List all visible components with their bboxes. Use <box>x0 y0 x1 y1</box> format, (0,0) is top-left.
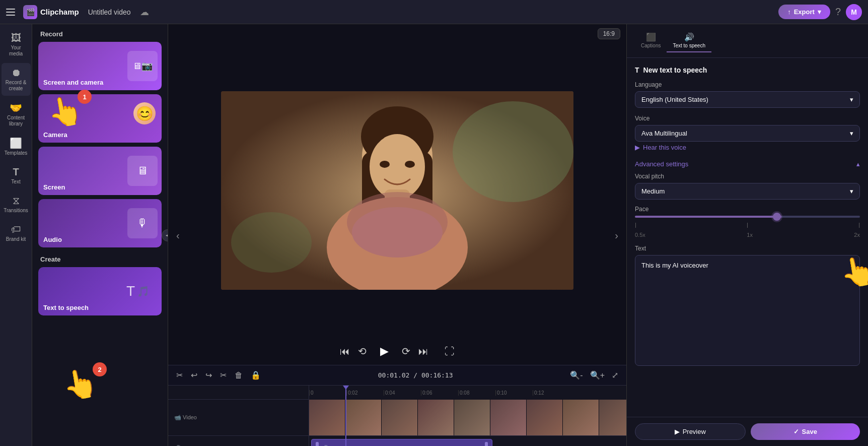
rewind-button[interactable]: ⟲ <box>358 345 367 357</box>
screen-and-camera-decoration: 🖥📷 <box>127 51 158 81</box>
zoom-out-button[interactable]: 🔍- <box>568 368 585 382</box>
undo-button[interactable]: ↩ <box>189 368 199 382</box>
preview-button[interactable]: ▶ Preview <box>635 423 746 440</box>
sidebar-item-record[interactable]: ⏺ Record &create <box>2 63 31 96</box>
advanced-content: Vocal pitch Medium ▾ Pace <box>635 173 860 238</box>
sidebar-item-brand-kit[interactable]: 🏷 Brand kit <box>2 220 31 246</box>
preview-area: 16:9 <box>168 24 626 446</box>
pace-max-label: | <box>858 222 860 228</box>
topbar-right: ↑ Export ▾ ? M <box>778 4 862 20</box>
text-to-speech-card[interactable]: Text to speech T 🎵 <box>38 267 162 315</box>
captions-icon: ⬛ <box>646 32 656 42</box>
save-check-icon: ✓ <box>793 428 799 435</box>
audio-track-row: 🔊 New text to speech <box>309 436 626 446</box>
text-field: Text 👆 3 <box>635 245 860 409</box>
menu-button[interactable] <box>6 6 18 18</box>
thumb-2 <box>345 400 382 436</box>
pace-slider[interactable] <box>635 216 860 218</box>
panel-footer: ▶ Preview ✓ Save <box>627 417 868 446</box>
thumb-6 <box>490 400 527 436</box>
playhead-triangle <box>343 386 349 390</box>
scissors-tool[interactable]: ✂ <box>218 368 229 382</box>
camera-card[interactable]: Camera 😊 <box>38 94 162 143</box>
magic-cut-tool[interactable]: ✂ <box>174 368 185 382</box>
pace-labels: | | | <box>635 222 860 228</box>
export-button[interactable]: ↑ Export ▾ <box>778 5 830 19</box>
sidebar-item-text[interactable]: T Text <box>2 162 31 189</box>
language-field: Language English (United States) ▾ <box>635 81 860 108</box>
video-track-row <box>309 400 626 436</box>
redo-button[interactable]: ↪ <box>203 368 214 382</box>
aspect-ratio-badge[interactable]: 16:9 <box>598 28 620 39</box>
pace-slider-container: | | | 0.5x 1x 2x <box>635 216 860 238</box>
avatar[interactable]: M <box>846 4 862 20</box>
pace-0.5x: 0.5x <box>635 232 645 238</box>
help-icon[interactable]: ? <box>835 6 841 18</box>
pace-min-label: | <box>635 222 636 228</box>
right-panel-header: ⬛ Captions 🔊 Text to speech <box>627 24 868 58</box>
record-section-title: Record <box>32 24 168 42</box>
audio-label: Audio <box>43 236 62 243</box>
sidebar-item-transitions[interactable]: ⧖ Transitions <box>2 191 31 218</box>
topbar-left: 🎬 Clipchamp Untitled video ☁ <box>6 5 149 19</box>
advanced-settings: Advanced settings ▴ Vocal pitch Medium ▾ <box>635 160 860 238</box>
video-track-label: 📹 Video <box>174 414 197 421</box>
tts-clip-handle-left[interactable] <box>316 442 319 446</box>
record-panel: Record Screen and camera 🖥📷 Camera 😊 Scr… <box>32 24 168 446</box>
fit-timeline-button[interactable]: ⤢ <box>610 368 620 382</box>
tab-tts[interactable]: 🔊 Text to speech <box>667 29 711 52</box>
advanced-settings-toggle[interactable]: Advanced settings ▴ <box>635 160 860 168</box>
right-panel-tabs: ⬛ Captions 🔊 Text to speech <box>635 29 711 52</box>
pace-value-labels: 0.5x 1x 2x <box>635 232 860 238</box>
save-button[interactable]: ✓ Save <box>751 423 860 440</box>
pace-2x: 2x <box>854 232 860 238</box>
tts-clip-handle-right[interactable] <box>485 442 488 446</box>
advanced-chevron-icon: ▴ <box>856 160 860 168</box>
play-pause-button[interactable]: ▶ <box>375 342 394 361</box>
cloud-save-icon: ☁ <box>140 7 149 18</box>
sidebar-item-content-library[interactable]: 🤝 Contentlibrary <box>2 98 31 131</box>
screen-card[interactable]: Screen 🖥 <box>38 147 162 195</box>
screen-and-camera-card[interactable]: Screen and camera 🖥📷 <box>38 42 162 90</box>
next-frame-arrow[interactable]: › <box>615 229 618 241</box>
sidebar-item-templates[interactable]: ⬜ Templates <box>2 133 31 160</box>
prev-frame-arrow[interactable]: ‹ <box>176 229 180 241</box>
transitions-icon: ⧖ <box>13 195 20 207</box>
voice-select[interactable]: Ava Multilingual ▾ <box>635 125 860 142</box>
timeline-area: ✂ ↩ ↪ ✂ 🗑 🔒 00:01.02 / 00:16:13 🔍- 🔍+ ⤢ <box>168 365 626 446</box>
record-icon: ⏺ <box>11 67 21 79</box>
skip-to-end-button[interactable]: ⏭ <box>418 346 428 357</box>
vocal-pitch-select[interactable]: Medium ▾ <box>635 183 860 200</box>
tts-title-icon: T <box>635 66 639 74</box>
skip-to-start-button[interactable]: ⏮ <box>340 346 350 357</box>
thumb-1 <box>309 400 345 436</box>
ruler-0: 0 <box>309 390 346 396</box>
fullscreen-button[interactable]: ⛶ <box>445 346 455 357</box>
tts-clip[interactable]: 🔊 New text to speech <box>311 439 492 446</box>
vocal-pitch-label: Vocal pitch <box>635 173 860 180</box>
ruler-12: 0:12 <box>533 390 570 396</box>
language-select[interactable]: English (United States) ▾ <box>635 91 860 108</box>
sidebar-item-your-media[interactable]: 🖼 Your media <box>2 28 31 61</box>
pace-thumb[interactable] <box>773 213 781 221</box>
text-input[interactable] <box>635 255 860 366</box>
your-media-icon: 🖼 <box>11 32 21 44</box>
ruler-8: 0:08 <box>458 390 495 396</box>
playhead[interactable] <box>345 386 346 446</box>
right-panel: ⬛ Captions 🔊 Text to speech T New text t… <box>626 24 868 446</box>
screen-label: Screen <box>43 183 65 191</box>
logo: 🎬 Clipchamp <box>23 5 79 19</box>
doc-title[interactable]: Untitled video <box>84 6 135 18</box>
audio-card[interactable]: Audio 🎙 <box>38 199 162 247</box>
track-labels: 📹 Video 🔊 Audio <box>168 386 309 446</box>
text-label: Text <box>635 245 860 252</box>
hear-voice-button[interactable]: ▶ Hear this voice <box>635 142 686 153</box>
lock-tool[interactable]: 🔒 <box>249 368 263 382</box>
delete-tool[interactable]: 🗑 <box>233 369 245 382</box>
svg-point-1 <box>453 101 573 202</box>
tts-tab-icon: 🔊 <box>684 32 694 42</box>
svg-point-2 <box>231 212 312 273</box>
zoom-in-button[interactable]: 🔍+ <box>588 368 607 382</box>
forward-button[interactable]: ⟳ <box>402 345 410 357</box>
tab-captions[interactable]: ⬛ Captions <box>635 29 667 52</box>
